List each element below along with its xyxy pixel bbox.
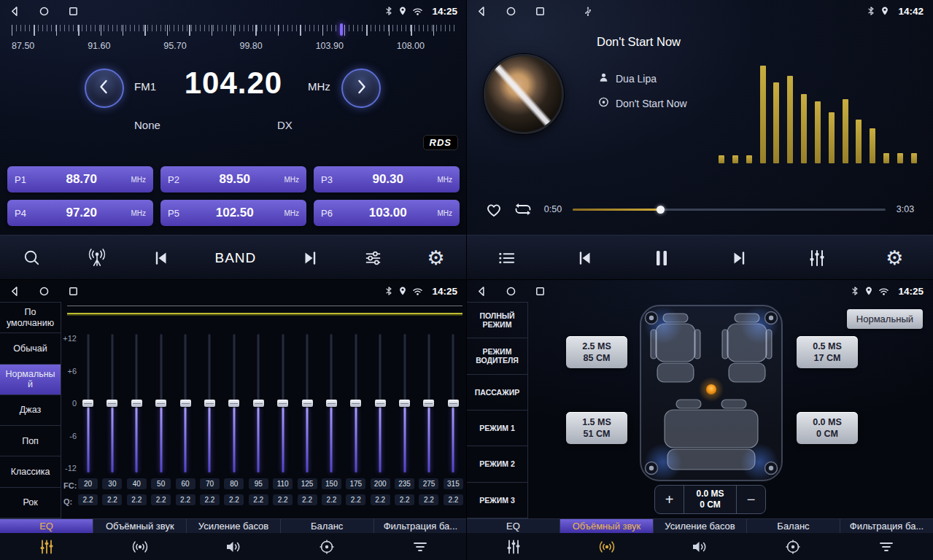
delay-front-right[interactable]: 0.5 MS 17 CM [797,336,858,368]
delay-front-left[interactable]: 2.5 MS 85 CM [566,336,627,368]
tab-bass[interactable]: Усиление басов [654,519,747,533]
tab-eq[interactable]: EQ [467,519,560,533]
stage-mode-item[interactable]: РЕЖИМ 2 [467,446,527,482]
nav-home-icon[interactable] [39,286,50,297]
eq-preset-item[interactable]: Поп [0,426,61,456]
playlist-icon[interactable] [497,249,516,267]
preset-button-p5[interactable]: P5102.50MHz [160,200,306,226]
settings-gear-icon[interactable]: ⚙ [427,248,445,268]
slider-thumb[interactable] [107,400,117,407]
band-button[interactable]: BAND [214,250,256,266]
settings-gear-icon[interactable]: ⚙ [886,248,903,268]
tab-eq[interactable]: EQ [0,519,93,533]
tab-balance[interactable]: Баланс [281,519,374,533]
nav-recents-icon[interactable] [535,6,546,17]
nav-recents-icon[interactable] [68,6,79,17]
prev-track-icon[interactable] [152,249,171,267]
preset-button-p2[interactable]: P289.50MHz [160,166,306,192]
slider-thumb[interactable] [326,400,337,407]
next-track-icon[interactable] [301,249,320,267]
eq-preset-item[interactable]: Нормальный [0,365,61,395]
slider-thumb[interactable] [399,400,410,407]
slider-thumb[interactable] [228,400,239,407]
slider-thumb[interactable] [350,400,361,407]
tab-surround[interactable]: Объёмный звук [560,519,654,533]
nav-recents-icon[interactable] [535,286,546,297]
slider-thumb[interactable] [204,400,215,407]
stage-mode-item[interactable]: РЕЖИМ ВОДИТЕЛЯ [467,338,527,374]
slider-thumb[interactable] [448,400,459,407]
tune-up-button[interactable] [341,69,381,108]
eq-preset-item[interactable]: По умолчанию [0,303,61,333]
surround-icon[interactable] [560,533,654,560]
repeat-icon[interactable] [513,201,533,218]
eq-band-slider[interactable] [277,334,288,472]
tab-bass[interactable]: Усиление басов [187,519,280,533]
slider-thumb[interactable] [155,400,166,407]
preset-button-p4[interactable]: P497.20MHz [7,200,153,226]
eq-preset-item[interactable]: Рок [0,488,61,518]
eq-band-slider[interactable] [448,334,459,472]
balance-icon[interactable] [280,533,373,560]
tab-balance[interactable]: Баланс [747,519,840,533]
scan-icon[interactable] [22,248,42,268]
mixer-icon[interactable] [808,249,826,268]
eq-band-slider[interactable] [399,334,410,472]
tab-surround[interactable]: Объёмный звук [93,519,187,533]
prev-track-icon[interactable] [576,249,595,267]
frequency-ruler[interactable] [12,25,455,38]
pause-icon[interactable] [654,249,670,268]
eq-band-slider[interactable] [228,334,239,472]
delay-rear-left[interactable]: 1.5 MS 51 CM [566,412,627,444]
progress-thumb[interactable] [657,206,665,214]
slider-thumb[interactable] [302,400,313,407]
nav-back-icon[interactable] [476,6,487,17]
favorite-heart-icon[interactable] [484,201,503,218]
preset-button-p3[interactable]: P390.30MHz [314,166,460,192]
slider-thumb[interactable] [82,400,93,407]
balance-icon[interactable] [746,533,840,560]
nav-recents-icon[interactable] [68,286,79,297]
eq-band-slider[interactable] [302,334,313,472]
eq-band-slider[interactable] [253,334,264,472]
eq-band-slider[interactable] [107,334,117,472]
delay-increase-button[interactable]: + [655,486,684,513]
delay-decrease-button[interactable]: − [736,486,765,513]
eq-sliders-icon[interactable] [0,533,93,560]
stage-preset-button[interactable]: Нормальный [847,309,923,329]
delay-rear-right[interactable]: 0.0 MS 0 CM [797,412,858,444]
broadcast-icon[interactable] [86,248,108,268]
slider-thumb[interactable] [375,400,386,407]
stage-mode-item[interactable]: ПАССАЖИР [467,375,527,411]
eq-preset-item[interactable]: Классика [0,456,61,487]
preset-button-p1[interactable]: P188.70MHz [7,166,153,192]
nav-home-icon[interactable] [39,6,50,17]
stage-mode-item[interactable]: ПОЛНЫЙ РЕЖИМ [467,303,527,338]
nav-back-icon[interactable] [9,6,20,17]
eq-preset-item[interactable]: Обычай [0,333,61,364]
eq-preset-item[interactable]: Джаз [0,395,61,426]
eq-band-slider[interactable] [180,334,191,472]
stage-mode-item[interactable]: РЕЖИМ 1 [467,411,527,446]
tab-filter[interactable]: Фильтрация ба... [840,519,933,533]
tune-settings-icon[interactable] [363,249,383,267]
slider-thumb[interactable] [180,400,191,407]
eq-band-slider[interactable] [326,334,337,472]
slider-thumb[interactable] [423,400,434,407]
preset-button-p6[interactable]: P6103.00MHz [314,200,460,226]
eq-band-slider[interactable] [204,334,215,472]
nav-back-icon[interactable] [476,286,487,297]
filter-icon[interactable] [840,533,933,560]
eq-band-slider[interactable] [155,334,166,472]
next-track-icon[interactable] [729,249,748,267]
slider-thumb[interactable] [253,400,264,407]
eq-band-slider[interactable] [131,334,142,472]
slider-thumb[interactable] [277,400,288,407]
eq-band-slider[interactable] [423,334,434,472]
stage-mode-item[interactable]: РЕЖИМ 3 [467,483,527,518]
filter-icon[interactable] [373,533,467,560]
listening-position[interactable] [706,384,716,394]
progress-slider[interactable] [573,205,886,214]
nav-back-icon[interactable] [9,286,20,297]
eq-band-slider[interactable] [82,334,93,472]
